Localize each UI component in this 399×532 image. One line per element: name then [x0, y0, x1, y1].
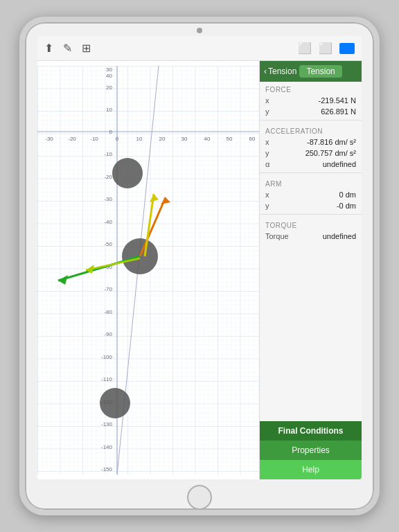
force-y-key: y: [265, 107, 269, 116]
share-icon[interactable]: ⬆: [44, 42, 53, 55]
accel-alpha-val: undefined: [323, 160, 356, 168]
svg-text:0: 0: [109, 129, 113, 135]
svg-text:-10: -10: [90, 136, 98, 142]
accel-x-val: -87.816 dm/ s²: [307, 138, 356, 146]
home-button[interactable]: [187, 485, 212, 510]
bottom-buttons: Final Conditions Properties Help: [260, 421, 362, 479]
svg-point-35: [112, 158, 143, 188]
svg-text:50: 50: [227, 136, 233, 142]
svg-text:-20: -20: [104, 174, 112, 180]
arm-x-row: x 0 dm: [260, 189, 362, 200]
force-section-label: FORCE: [260, 82, 362, 95]
svg-text:-140: -140: [101, 444, 113, 450]
svg-text:40: 40: [204, 136, 211, 142]
svg-text:40: 40: [106, 73, 112, 79]
svg-text:-10: -10: [104, 151, 112, 157]
svg-text:30: 30: [181, 136, 188, 142]
blue-rect-icon[interactable]: [339, 43, 355, 54]
force-y-row: y 626.891 N: [260, 106, 362, 117]
svg-text:-50: -50: [104, 241, 112, 247]
svg-text:30: 30: [106, 66, 112, 73]
accel-y-row: y 250.757 dm/ s²: [260, 148, 362, 159]
svg-text:20: 20: [106, 85, 112, 91]
grid-icon[interactable]: ⊞: [82, 42, 91, 55]
torque-val: undefined: [323, 232, 356, 240]
svg-text:60: 60: [249, 136, 256, 142]
svg-text:-150: -150: [101, 466, 113, 472]
svg-text:10: 10: [136, 136, 143, 142]
svg-text:-40: -40: [104, 219, 112, 225]
toolbar: ⬆ ✎ ⊞ ⬜ ⬜: [37, 36, 362, 61]
acceleration-section-label: ACCELERATION: [260, 123, 362, 136]
properties-button[interactable]: Properties: [260, 441, 362, 460]
svg-text:-130: -130: [101, 421, 113, 427]
tab-back-button[interactable]: ‹ Tension: [264, 66, 296, 76]
force-x-val: -219.541 N: [319, 96, 356, 105]
main-content: 0 10 20 30 -10 -20 -30 -40 -50 -60 -70 -…: [37, 61, 362, 479]
accel-x-key: x: [265, 138, 269, 146]
torque-key: Torque: [265, 232, 289, 240]
svg-text:-30: -30: [104, 196, 112, 202]
accel-alpha-key: α: [265, 160, 269, 168]
svg-text:-110: -110: [101, 376, 113, 382]
final-conditions-button[interactable]: Final Conditions: [260, 421, 362, 441]
svg-text:-80: -80: [104, 309, 112, 315]
columns-icon[interactable]: ⬜: [298, 42, 312, 55]
svg-point-37: [100, 388, 130, 418]
arm-section-label: ARM: [260, 176, 362, 189]
screen: ⬆ ✎ ⊞ ⬜ ⬜: [37, 36, 362, 479]
tab-back-label[interactable]: Tension: [268, 66, 296, 76]
frame-icon[interactable]: ⬜: [319, 42, 332, 55]
svg-text:-90: -90: [104, 331, 112, 337]
svg-text:0: 0: [116, 136, 119, 142]
accel-alpha-row: α undefined: [260, 159, 362, 170]
svg-text:-30: -30: [45, 136, 53, 142]
svg-text:20: 20: [159, 136, 166, 142]
accel-y-val: 250.757 dm/ s²: [305, 149, 356, 157]
chevron-left-icon: ‹: [264, 66, 267, 76]
graph-canvas: 0 10 20 30 -10 -20 -30 -40 -50 -60 -70 -…: [37, 61, 259, 479]
camera: [197, 28, 202, 33]
force-y-val: 626.891 N: [321, 107, 356, 116]
svg-text:-20: -20: [68, 136, 76, 142]
arm-x-val: 0 dm: [339, 190, 356, 199]
arm-x-key: x: [265, 190, 269, 199]
right-panel: ‹ Tension Tension FORCE x -219.541 N y 6…: [259, 61, 362, 479]
arm-y-val: -0 dm: [337, 202, 356, 210]
force-x-row: x -219.541 N: [260, 95, 362, 106]
accel-x-row: x -87.816 dm/ s²: [260, 136, 362, 148]
tab-active[interactable]: Tension: [299, 65, 342, 78]
arm-y-key: y: [265, 202, 269, 210]
svg-text:10: 10: [106, 107, 112, 113]
torque-section-label: TORQUE: [260, 218, 362, 231]
accel-y-key: y: [265, 149, 269, 157]
tension-tabs: ‹ Tension Tension: [260, 61, 362, 82]
arm-y-row: y -0 dm: [260, 200, 362, 211]
help-button[interactable]: Help: [260, 460, 362, 479]
svg-text:-70: -70: [104, 286, 112, 292]
edit-icon[interactable]: ✎: [63, 42, 72, 55]
torque-row: Torque undefined: [260, 231, 362, 242]
svg-text:-100: -100: [101, 354, 113, 360]
graph-area[interactable]: 0 10 20 30 -10 -20 -30 -40 -50 -60 -70 -…: [37, 61, 259, 479]
force-x-key: x: [265, 96, 269, 105]
